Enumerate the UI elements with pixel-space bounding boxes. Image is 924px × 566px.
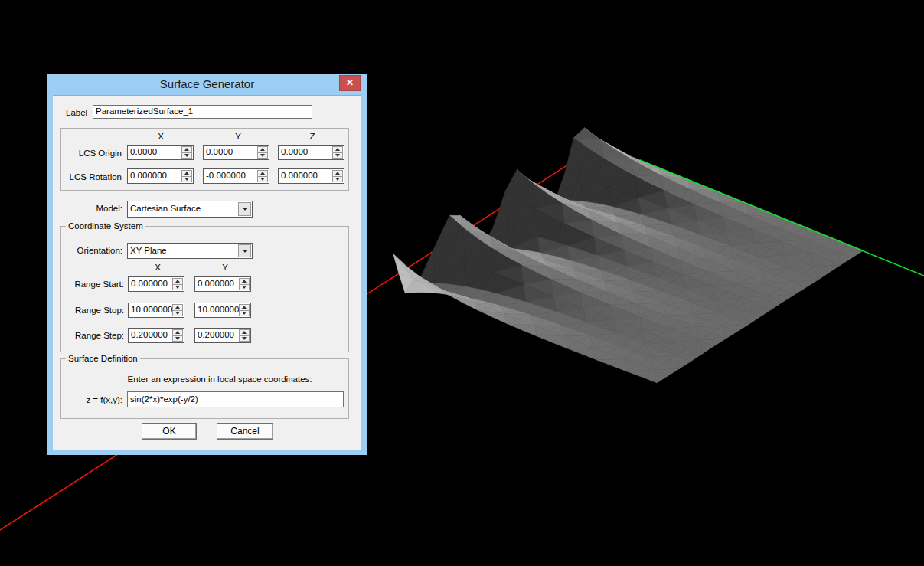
range-stop-caption: Range Stop: — [60, 306, 124, 315]
range-header-y: Y — [210, 263, 240, 272]
range-start-x-spinner[interactable]: 0.000000 — [128, 276, 184, 292]
dialog-client-area: Label ParameterizedSurface_1 X Y Z LCS O… — [53, 95, 361, 450]
spin-up-button[interactable] — [240, 330, 249, 336]
arrow-down-icon — [175, 312, 180, 315]
model-caption: Model: — [60, 204, 122, 213]
arrow-up-icon — [184, 172, 189, 175]
spin-buttons — [332, 170, 343, 182]
spin-down-button[interactable] — [240, 285, 249, 290]
lcs-rotation-z-value[interactable]: 0.000000 — [279, 169, 332, 183]
spin-up-button[interactable] — [173, 330, 182, 336]
arrow-down-icon — [242, 337, 247, 340]
lcs-rotation-z-spinner[interactable]: 0.000000 — [278, 168, 344, 184]
orientation-caption: Orientation: — [60, 246, 122, 255]
dialog-titlebar[interactable]: Surface Generator ✕ — [47, 74, 367, 95]
spin-up-button[interactable] — [182, 147, 191, 153]
lcs-rotation-y-spinner[interactable]: -0.000000 — [203, 168, 269, 184]
lcs-origin-z-spinner[interactable]: 0.0000 — [278, 145, 344, 160]
spin-buttons — [172, 278, 183, 290]
spin-down-button[interactable] — [333, 177, 342, 182]
spin-down-button[interactable] — [182, 153, 191, 159]
spin-up-button[interactable] — [258, 147, 267, 153]
spin-up-button[interactable] — [258, 171, 267, 177]
range-header-x: X — [142, 263, 173, 272]
arrow-up-icon — [184, 148, 189, 151]
range-start-y-spinner[interactable]: 0.000000 — [194, 276, 251, 292]
spin-down-button[interactable] — [258, 177, 267, 182]
expression-hint: Enter an expression in local space coord… — [125, 375, 315, 384]
spin-buttons — [257, 146, 268, 159]
range-start-x-value[interactable]: 0.000000 — [129, 277, 172, 291]
orientation-dropdown[interactable]: XY Plane — [127, 243, 253, 259]
label-input[interactable]: ParameterizedSurface_1 — [93, 105, 312, 119]
cancel-button[interactable]: Cancel — [217, 423, 273, 440]
range-stop-x-value[interactable]: 10.000000 — [129, 303, 172, 317]
arrow-up-icon — [260, 148, 265, 151]
arrow-down-icon — [175, 337, 180, 340]
spin-down-button[interactable] — [182, 177, 191, 182]
lcs-header-y: Y — [223, 132, 253, 141]
spin-down-button[interactable] — [240, 311, 249, 316]
arrow-up-icon — [335, 172, 340, 175]
range-stop-y-spinner[interactable]: 10.000000 — [194, 303, 251, 318]
close-button[interactable]: ✕ — [339, 75, 361, 91]
model-dropdown[interactable]: Cartesian Surface — [127, 201, 253, 218]
lcs-origin-x-value[interactable]: 0.0000 — [128, 146, 181, 159]
spin-up-button[interactable] — [333, 147, 342, 153]
spin-buttons — [239, 304, 250, 316]
ok-button[interactable]: OK — [142, 423, 197, 440]
dropdown-button[interactable] — [238, 202, 251, 216]
spin-up-button[interactable] — [182, 171, 191, 177]
spin-down-button[interactable] — [240, 336, 249, 342]
arrow-up-icon — [175, 280, 180, 283]
dropdown-button[interactable] — [238, 244, 251, 257]
coordinate-system-legend: Coordinate System — [66, 221, 145, 231]
lcs-origin-z-value[interactable]: 0.0000 — [279, 146, 332, 159]
range-step-x-value[interactable]: 0.200000 — [129, 329, 172, 342]
range-step-x-spinner[interactable]: 0.200000 — [128, 328, 184, 343]
range-step-y-spinner[interactable]: 0.200000 — [194, 328, 251, 343]
arrow-down-icon — [242, 312, 247, 315]
spin-down-button[interactable] — [173, 285, 182, 290]
arrow-up-icon — [335, 148, 340, 151]
lcs-origin-x-spinner[interactable]: 0.0000 — [127, 145, 194, 160]
orientation-dropdown-value: XY Plane — [128, 244, 237, 258]
spin-down-button[interactable] — [258, 153, 267, 159]
range-stop-x-spinner[interactable]: 10.000000 — [128, 303, 184, 318]
lcs-origin-caption: LCS Origin — [60, 149, 122, 158]
chevron-down-icon — [243, 208, 247, 211]
spin-up-button[interactable] — [173, 279, 182, 285]
label-caption: Label — [66, 108, 87, 117]
range-step-y-value[interactable]: 0.200000 — [195, 329, 239, 342]
expression-input[interactable]: sin(2*x)*exp(-y/2) — [127, 391, 344, 407]
equation-caption: z = f(x,y): — [60, 395, 122, 404]
model-dropdown-value: Cartesian Surface — [128, 201, 237, 217]
spin-up-button[interactable] — [333, 171, 342, 177]
lcs-origin-y-value[interactable]: 0.0000 — [204, 146, 257, 159]
spin-buttons — [239, 278, 250, 290]
range-stop-y-value[interactable]: 10.000000 — [195, 303, 239, 317]
chevron-down-icon — [243, 250, 247, 253]
range-start-y-value[interactable]: 0.000000 — [195, 277, 239, 291]
dialog-title: Surface Generator — [47, 74, 367, 94]
spin-down-button[interactable] — [173, 311, 182, 316]
spin-buttons — [181, 146, 192, 159]
spin-up-button[interactable] — [240, 305, 249, 311]
arrow-up-icon — [242, 331, 247, 334]
lcs-rotation-x-spinner[interactable]: 0.000000 — [127, 168, 194, 184]
surface-generator-dialog: Surface Generator ✕ Label ParameterizedS… — [47, 74, 367, 455]
spin-up-button[interactable] — [173, 305, 182, 311]
arrow-down-icon — [184, 178, 189, 181]
arrow-down-icon — [242, 286, 247, 289]
lcs-rotation-x-value[interactable]: 0.000000 — [128, 169, 181, 183]
range-start-caption: Range Start: — [60, 280, 124, 289]
surface-definition-groupbox — [60, 358, 349, 419]
lcs-rotation-y-value[interactable]: -0.000000 — [204, 169, 257, 183]
spin-up-button[interactable] — [240, 279, 249, 285]
spin-buttons — [332, 146, 343, 159]
spin-down-button[interactable] — [333, 153, 342, 159]
lcs-header-z: Z — [297, 132, 328, 141]
arrow-up-icon — [175, 331, 180, 334]
lcs-origin-y-spinner[interactable]: 0.0000 — [203, 145, 269, 160]
spin-down-button[interactable] — [173, 336, 182, 342]
